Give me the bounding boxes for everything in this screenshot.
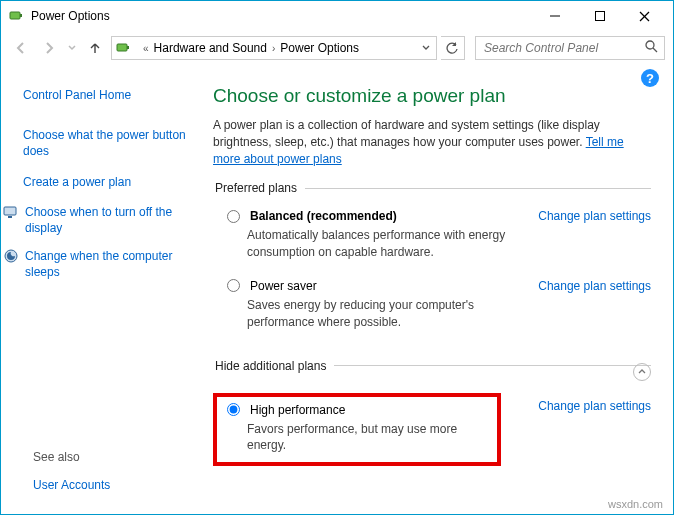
plan-row-balanced: Balanced (recommended) Automatically bal… [213, 209, 651, 275]
turn-off-display-link[interactable]: Choose when to turn off the display [25, 204, 203, 236]
minimize-button[interactable] [532, 2, 577, 30]
power-saver-label[interactable]: Power saver [250, 279, 317, 293]
back-button[interactable] [9, 36, 33, 60]
balanced-desc: Automatically balances performance with … [247, 227, 526, 261]
svg-rect-1 [20, 14, 22, 17]
address-dropdown[interactable] [420, 41, 432, 55]
power-saver-radio[interactable] [227, 279, 240, 292]
chevron-left-icon[interactable]: « [140, 43, 152, 54]
create-power-plan-link[interactable]: Create a power plan [23, 174, 203, 190]
page-description: A power plan is a collection of hardware… [213, 117, 651, 167]
maximize-button[interactable] [577, 2, 622, 30]
high-perf-desc: Favors performance, but may use more ene… [247, 421, 487, 455]
breadcrumb-item[interactable]: Hardware and Sound [154, 41, 267, 55]
user-accounts-link[interactable]: User Accounts [33, 478, 110, 492]
watermark: wsxdn.com [608, 498, 663, 510]
chevron-right-icon: › [269, 43, 278, 54]
breadcrumb-item[interactable]: Power Options [280, 41, 359, 55]
svg-line-9 [653, 48, 657, 52]
highlighted-plan: High performance Favors performance, but… [213, 393, 501, 467]
control-panel-home-link[interactable]: Control Panel Home [23, 87, 203, 103]
power-options-icon [116, 40, 132, 56]
window-title: Power Options [31, 9, 110, 23]
preferred-plans-section: Preferred plans Balanced (recommended) A… [213, 181, 651, 346]
power-saver-desc: Saves energy by reducing your computer's… [247, 297, 526, 331]
forward-button[interactable] [37, 36, 61, 60]
svg-rect-6 [117, 44, 127, 51]
change-plan-balanced[interactable]: Change plan settings [538, 209, 651, 223]
up-button[interactable] [83, 36, 107, 60]
svg-rect-11 [8, 216, 12, 218]
svg-rect-10 [4, 207, 16, 215]
navigation-bar: « Hardware and Sound › Power Options [1, 31, 673, 65]
choose-power-button-link[interactable]: Choose what the power button does [23, 127, 203, 159]
change-sleep-link[interactable]: Change when the computer sleeps [25, 248, 203, 280]
close-button[interactable] [622, 2, 667, 30]
plan-row-high: High performance Favors performance, but… [213, 387, 651, 467]
search-box[interactable] [475, 36, 665, 60]
balanced-radio[interactable] [227, 210, 240, 223]
sidebar: Control Panel Home Choose what the power… [1, 67, 213, 514]
svg-rect-3 [595, 12, 604, 21]
power-options-icon [9, 8, 25, 24]
sleep-icon [3, 248, 19, 268]
change-plan-saver[interactable]: Change plan settings [538, 279, 651, 293]
high-perf-radio[interactable] [227, 403, 240, 416]
recent-locations-dropdown[interactable] [65, 36, 79, 60]
address-bar[interactable]: « Hardware and Sound › Power Options [111, 36, 437, 60]
main-content: Choose or customize a power plan A power… [213, 67, 673, 514]
balanced-label[interactable]: Balanced (recommended) [250, 209, 397, 223]
search-icon[interactable] [645, 40, 658, 56]
title-bar: Power Options [1, 1, 673, 31]
refresh-button[interactable] [441, 36, 465, 60]
svg-point-8 [646, 41, 654, 49]
additional-plans-section: Hide additional plans High performance F… [213, 359, 651, 469]
high-perf-label[interactable]: High performance [250, 403, 345, 417]
preferred-plans-label: Preferred plans [213, 181, 305, 195]
hide-additional-label[interactable]: Hide additional plans [213, 359, 334, 373]
display-off-icon [3, 204, 19, 224]
change-plan-high[interactable]: Change plan settings [538, 399, 651, 413]
plan-row-saver: Power saver Saves energy by reducing you… [213, 279, 651, 345]
svg-rect-0 [10, 12, 20, 19]
svg-rect-7 [127, 46, 129, 49]
search-input[interactable] [482, 40, 645, 56]
page-heading: Choose or customize a power plan [213, 85, 651, 107]
collapse-icon[interactable] [633, 363, 651, 381]
see-also-label: See also [33, 450, 110, 464]
